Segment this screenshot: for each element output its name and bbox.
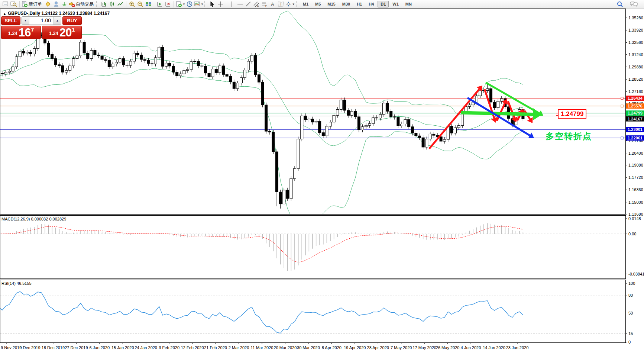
buy-price-sup: 1 <box>72 26 75 32</box>
timeframe-h4[interactable]: H4 <box>366 1 377 7</box>
autotrading-label: 自动交易 <box>75 1 96 7</box>
price-axis[interactable]: 1.352801.339201.325601.312401.298801.285… <box>625 16 644 344</box>
svg-text:14 Jun 2020: 14 Jun 2020 <box>483 345 505 350</box>
svg-text:1.32560: 1.32560 <box>628 40 643 45</box>
timeframe-d1[interactable]: D1 <box>378 1 389 7</box>
horizontal-line-icon[interactable] <box>236 0 244 8</box>
price-note-annotation[interactable]: 1.24799 <box>558 109 586 119</box>
price-chart-svg: 1.352801.339201.325601.312401.298801.285… <box>0 0 644 351</box>
sell-button[interactable]: SELL <box>1 16 20 25</box>
svg-text:100: 100 <box>628 281 635 286</box>
rsi-panel-content <box>0 292 625 342</box>
svg-text:8 Apr 2020: 8 Apr 2020 <box>322 345 342 350</box>
main-toolbar: 新订单 自动交易 ▼ <box>0 0 644 9</box>
template-icon[interactable]: ▼ <box>194 0 204 8</box>
timeframe-m15[interactable]: M15 <box>324 1 338 7</box>
svg-text:1.28520: 1.28520 <box>628 77 643 81</box>
trend-arrows[interactable] <box>429 83 543 149</box>
svg-text:2 Mar 2020: 2 Mar 2020 <box>229 345 249 350</box>
template-caret-icon[interactable]: ▼ <box>201 3 204 6</box>
timeframe-m1[interactable]: M1 <box>300 1 311 7</box>
crosshair-icon[interactable] <box>216 0 224 8</box>
equidistant-channel-icon[interactable]: E <box>252 0 260 8</box>
macd-histogram <box>0 223 625 271</box>
signals-icon[interactable] <box>60 0 68 8</box>
chart-play-icon[interactable] <box>156 0 164 8</box>
svg-text:0: 0 <box>628 340 631 344</box>
timeframe-mn[interactable]: MN <box>402 1 415 7</box>
sell-price-box[interactable]: 1.24167 <box>1 26 41 39</box>
annotation-handle[interactable] <box>556 113 559 116</box>
quotes-diamond-icon[interactable] <box>44 0 52 8</box>
svg-text:T: T <box>279 2 282 6</box>
market-watch-icon[interactable] <box>10 0 18 8</box>
date-axis[interactable]: 9 Nov 20199 Dec 201918 Dec 201927 Dec 20… <box>1 343 528 350</box>
timeframe-w1[interactable]: W1 <box>389 1 402 7</box>
svg-text:17 May 2020: 17 May 2020 <box>412 345 436 350</box>
svg-text:1.17720: 1.17720 <box>628 175 643 180</box>
svg-text:1.13680: 1.13680 <box>628 212 643 216</box>
timeframe-h1[interactable]: H1 <box>354 1 365 7</box>
svg-text:19 Apr 2020: 19 Apr 2020 <box>344 345 366 350</box>
sell-price-small: 1.24 <box>8 29 17 38</box>
volume-decrease-button[interactable]: ▼ <box>22 17 29 25</box>
svg-text:27 Dec 2019: 27 Dec 2019 <box>65 345 88 350</box>
svg-text:21 Feb 2020: 21 Feb 2020 <box>204 345 227 350</box>
candlestick-chart-icon[interactable] <box>108 0 116 8</box>
zoom-in-icon[interactable] <box>128 0 136 8</box>
svg-text:6 Jan 2020: 6 Jan 2020 <box>90 345 110 350</box>
svg-text:1.19080: 1.19080 <box>628 163 643 167</box>
svg-text:20 Mar 2020: 20 Mar 2020 <box>274 345 297 350</box>
fibonacci-icon[interactable]: F <box>260 0 269 8</box>
zoom-out-icon[interactable] <box>136 0 144 8</box>
volume-input[interactable]: 1.00 <box>29 17 54 25</box>
text-label-icon[interactable]: T <box>277 0 285 8</box>
autotrading-button[interactable]: 自动交易 <box>68 0 96 8</box>
bollinger-bands <box>0 11 523 223</box>
timeframe-m5[interactable]: M5 <box>312 1 324 7</box>
timeframe-m30[interactable]: M30 <box>339 1 353 7</box>
text-icon[interactable]: A <box>269 0 277 8</box>
svg-text:15: 15 <box>628 331 633 336</box>
buy-button[interactable]: BUY <box>62 16 82 25</box>
svg-text:23 Jun 2020: 23 Jun 2020 <box>506 345 529 350</box>
community-icon[interactable] <box>52 0 60 8</box>
svg-text:3 Feb 2020: 3 Feb 2020 <box>159 345 179 350</box>
svg-text:9 Nov 2019: 9 Nov 2019 <box>1 345 22 350</box>
svg-text:50: 50 <box>628 311 633 315</box>
volume-increase-button[interactable]: ▲ <box>54 17 61 25</box>
add-indicator-icon[interactable]: ▼ <box>175 0 185 8</box>
arrows-caret-icon[interactable]: ▼ <box>292 3 295 6</box>
svg-text:1.15000: 1.15000 <box>628 200 643 205</box>
svg-text:12 Feb 2020: 12 Feb 2020 <box>181 345 204 350</box>
bar-chart-icon[interactable] <box>100 0 108 8</box>
buy-price-big: 20 <box>59 28 71 38</box>
search-icon[interactable] <box>616 0 624 8</box>
window-list-icon[interactable] <box>1 0 10 8</box>
svg-text:1.23001: 1.23001 <box>628 127 643 132</box>
add-indicator-caret-icon[interactable]: ▼ <box>182 3 185 6</box>
new-order-button[interactable]: 新订单 <box>21 0 44 8</box>
svg-text:F: F <box>265 5 267 7</box>
svg-text:24 Jan 2020: 24 Jan 2020 <box>135 345 157 350</box>
chat-icon[interactable] <box>630 0 638 8</box>
svg-text:-0.038415: -0.038415 <box>628 272 644 276</box>
line-chart-icon[interactable] <box>116 0 124 8</box>
chart-cross-icon[interactable] <box>164 0 172 8</box>
vertical-line-icon[interactable] <box>228 0 236 8</box>
collapse-panel-icon[interactable]: ▲ <box>3 12 6 16</box>
cursor-icon[interactable] <box>208 0 216 8</box>
buy-price-box[interactable]: 1.24201 <box>42 26 82 39</box>
arrows-icon[interactable]: ▼ <box>285 0 295 8</box>
pivot-point-annotation[interactable]: 多空转折点 <box>546 131 592 142</box>
trendline-icon[interactable] <box>244 0 252 8</box>
svg-text:15 Jan 2020: 15 Jan 2020 <box>111 345 134 350</box>
svg-text:80: 80 <box>628 293 633 297</box>
svg-text:1.35280: 1.35280 <box>628 16 643 20</box>
svg-text:28 Apr 2020: 28 Apr 2020 <box>367 345 389 350</box>
rsi-indicator-label: RSI(14) 46.5155 <box>1 281 32 286</box>
macd-indicator-label: MACD(12,26,9) 0.000032 0.002829 <box>1 217 66 221</box>
tile-windows-icon[interactable] <box>144 0 152 8</box>
svg-text:1.16360: 1.16360 <box>628 187 643 192</box>
period-clock-icon[interactable] <box>185 0 194 8</box>
